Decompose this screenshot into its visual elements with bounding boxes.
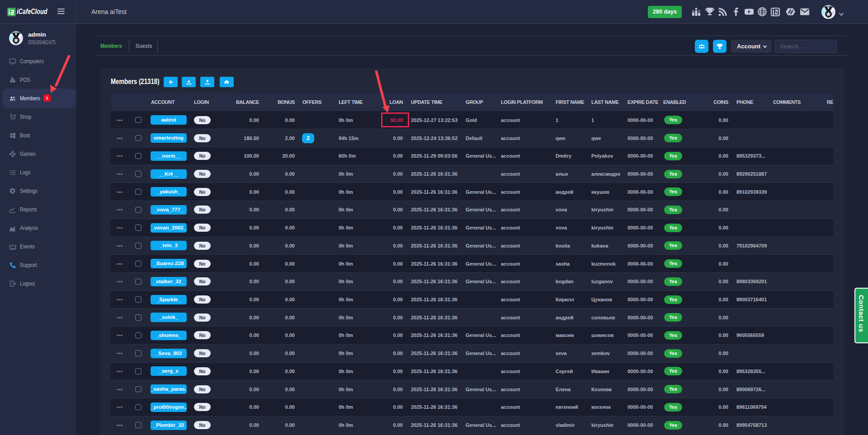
svg-text:PLATINUM: PLATINUM [823,6,834,8]
svg-text:PLATINUM: PLATINUM [10,32,21,34]
